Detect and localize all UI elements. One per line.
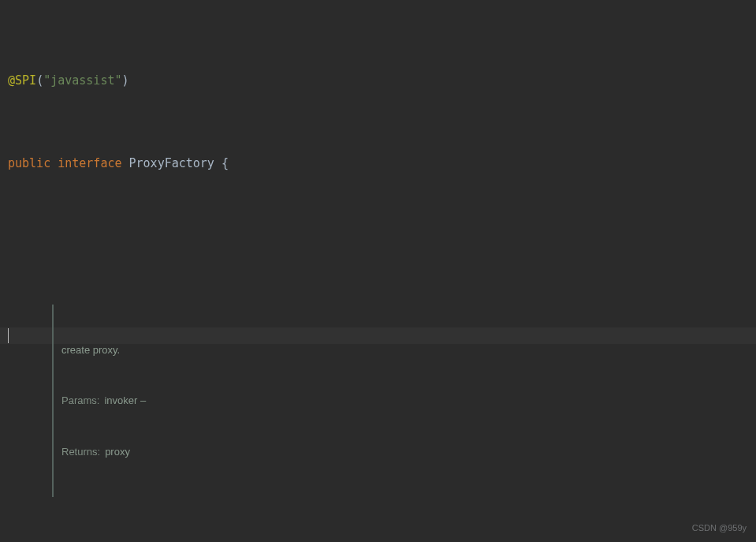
doc-params-value: invoker – (104, 392, 146, 409)
watermark: CSDN @959y (692, 522, 747, 534)
paren-close: ) (122, 73, 129, 89)
code-line[interactable]: public interface ProxyFactory { (8, 155, 756, 172)
annotation: @SPI (8, 73, 36, 89)
class-name: ProxyFactory (129, 155, 214, 172)
code-editor[interactable]: @SPI("javassist") public interface Proxy… (0, 0, 756, 542)
doc-returns-value: proxy (105, 443, 130, 460)
keyword: public (8, 155, 50, 172)
keyword: interface (58, 155, 121, 172)
brace: { (214, 155, 229, 172)
paren-open: ( (36, 73, 43, 89)
code-line[interactable]: @SPI("javassist") (8, 73, 756, 89)
text-caret (8, 328, 9, 343)
doc-returns-label: Returns: (61, 443, 100, 460)
doc-params-label: Params: (61, 392, 99, 409)
string-literal: "javassist" (43, 73, 121, 89)
doc-summary: create proxy. (61, 342, 756, 358)
javadoc-block: create proxy. Params: invoker – Returns:… (52, 305, 756, 497)
